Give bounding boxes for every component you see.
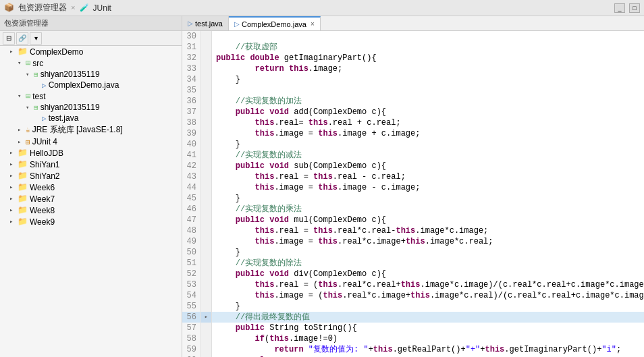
tree-item-hellojdb[interactable]: ▸ 📁 HelloJDB [0, 147, 182, 159]
maximize-button[interactable]: □ [629, 3, 640, 13]
tree-item-week9[interactable]: ▸ 📁 Week9 [0, 216, 182, 227]
tree-item-shiyan1[interactable]: ▸ 📁 ShiYan1 [0, 159, 182, 170]
tree-item-pkg-src[interactable]: ▾ ⊞ shiyan20135119 [0, 69, 182, 80]
shiyan2-icon: 📁 [18, 171, 28, 181]
code-line-44: 44 this.image = this.image - c.image; [182, 182, 644, 193]
line-marker [201, 225, 212, 236]
line-marker: ▸ [201, 312, 212, 323]
tree-item-pkg-test[interactable]: ▾ ⊞ shiyan20135119 [0, 102, 182, 113]
code-line-43: 43 this.real = this.real - c.real; [182, 171, 644, 182]
pkg-test-icon: ⊞ [34, 103, 38, 112]
code-line-46: 46 //实现复数的乘法 [182, 204, 644, 215]
line-marker [201, 323, 212, 333]
package-explorer-icon: 📦 [4, 3, 14, 13]
line-content: public double getImaginaryPart(){ [212, 53, 377, 63]
sidebar-toolbar: ⊟ 🔗 ▾ [0, 31, 182, 46]
sidebar-tree[interactable]: ▸ 📁 ComplexDemo ▾ ⊞ src ▾ ⊞ [0, 46, 182, 357]
src-icon: ⊞ [26, 58, 30, 68]
line-marker [201, 139, 212, 150]
line-content: //实现复数的除法 [212, 258, 302, 269]
code-line-39: 39 this.image = this.image + c.image; [182, 128, 644, 139]
line-num: 35 [182, 85, 201, 96]
test-java-label: test.java [49, 113, 79, 123]
pkg-src-icon: ⊞ [34, 70, 38, 79]
tree-item-test[interactable]: ▾ ⊞ test [0, 90, 182, 102]
separator: × [71, 4, 76, 12]
tree-item-complexdemo[interactable]: ▸ 📁 ComplexDemo [0, 46, 182, 57]
code-line-55: 55 } [182, 301, 644, 312]
line-num: 51 [182, 258, 201, 269]
complexdemo-java-icon: ▷ [42, 81, 47, 90]
code-line-47: 47 public void mul(ComplexDemo c){ [182, 215, 644, 225]
shiyan2-label: ShiYan2 [30, 171, 59, 181]
line-content: this.image = this.real*c.image+this.imag… [212, 236, 493, 247]
tree-item-junit[interactable]: ▸ ⊞ JUnit 4 [0, 136, 182, 147]
code-line-51: 51 //实现复数的除法 [182, 258, 644, 269]
tree-item-shiyan2[interactable]: ▸ 📁 ShiYan2 [0, 170, 182, 182]
jre-arrow: ▸ [18, 126, 26, 134]
line-num: 43 [182, 171, 201, 182]
junit-tree-icon: ⊞ [26, 138, 30, 146]
week6-arrow: ▸ [9, 184, 18, 191]
line-content: //得出最终复数的值 [212, 312, 310, 323]
line-content: //实现复数的加法 [212, 96, 302, 107]
code-line-49: 49 this.image = this.real*c.image+this.i… [182, 236, 644, 247]
tree-item-week8[interactable]: ▸ 📁 Week8 [0, 204, 182, 216]
line-content: } [212, 193, 240, 204]
tab-complexdemo-java[interactable]: ▷ ComplexDemo.java × [229, 16, 321, 30]
line-content: this.image = (this.real*c.image+this.ima… [212, 290, 644, 301]
minimize-button[interactable]: _ [614, 3, 625, 13]
tree-item-test-java[interactable]: ▷ test.java [0, 113, 182, 123]
line-marker [201, 74, 212, 85]
line-num: 50 [182, 247, 201, 258]
line-num: 56 [182, 312, 201, 323]
line-marker [201, 215, 212, 225]
line-marker [201, 117, 212, 128]
line-content: public String toString(){ [212, 323, 357, 333]
tree-item-week7[interactable]: ▸ 📁 Week7 [0, 193, 182, 204]
tree-item-src[interactable]: ▾ ⊞ src [0, 57, 182, 69]
line-num: 30 [182, 31, 201, 42]
hellojdb-label: HelloJDB [30, 148, 63, 158]
code-line-56: 56 ▸ //得出最终复数的值 [182, 312, 644, 323]
test-java-icon: ▷ [42, 114, 47, 123]
week6-icon: 📁 [18, 182, 28, 192]
line-content: return "复数的值为: "+this.getRealPart()+"+"+… [212, 344, 621, 355]
line-num: 44 [182, 182, 201, 193]
main-layout: 包资源管理器 ⊟ 🔗 ▾ ▸ 📁 ComplexDemo [0, 16, 644, 357]
collapse-all-button[interactable]: ⊟ [3, 32, 15, 45]
link-editor-button[interactable]: 🔗 [16, 32, 28, 45]
sidebar-header: 包资源管理器 [0, 16, 182, 31]
line-content: //实现复数的乘法 [212, 204, 302, 215]
code-line-50: 50 } [182, 247, 644, 258]
tree-item-complexdemo-java[interactable]: ▷ ComplexDemo.java [0, 80, 182, 90]
tab-test-java[interactable]: ▷ test.java [182, 16, 229, 30]
code-line-36: 36 //实现复数的加法 [182, 96, 644, 107]
complexdemo-java-label: ComplexDemo.java [49, 80, 119, 90]
src-label: src [32, 59, 43, 68]
test-label: test [32, 92, 45, 101]
code-editor[interactable]: 30 31 //获取虚部 32 public doubl [182, 31, 644, 357]
line-marker [201, 150, 212, 161]
jre-label: JRE 系统库 [JavaSE-1.8] [32, 124, 123, 136]
line-num: 40 [182, 139, 201, 150]
editor-panel: ▷ test.java ▷ ComplexDemo.java × 30 [182, 16, 644, 357]
test-java-tab-label: test.java [195, 20, 223, 28]
line-marker [201, 182, 212, 193]
tree-item-week6[interactable]: ▸ 📁 Week6 [0, 182, 182, 193]
complexdemo-folder-icon: 📁 [18, 47, 28, 57]
line-marker [201, 236, 212, 247]
line-content: public void div(ComplexDemo c){ [212, 269, 386, 279]
code-line-30: 30 [182, 31, 644, 42]
tab-close-icon[interactable]: × [311, 20, 315, 28]
junit-tree-arrow: ▸ [18, 138, 26, 146]
code-line-59: 59 return "复数的值为: "+this.getRealPart()+"… [182, 344, 644, 355]
line-num: 49 [182, 236, 201, 247]
window-topbar: 📦 包资源管理器 × 🧪 JUnit _ □ [0, 0, 644, 16]
code-line-40: 40 } [182, 139, 644, 150]
line-num: 34 [182, 74, 201, 85]
sidebar-header-title: 包资源管理器 [4, 18, 178, 28]
line-num: 33 [182, 63, 201, 74]
view-menu-button[interactable]: ▾ [30, 32, 42, 45]
tree-item-jre[interactable]: ▸ ☕ JRE 系统库 [JavaSE-1.8] [0, 123, 182, 136]
